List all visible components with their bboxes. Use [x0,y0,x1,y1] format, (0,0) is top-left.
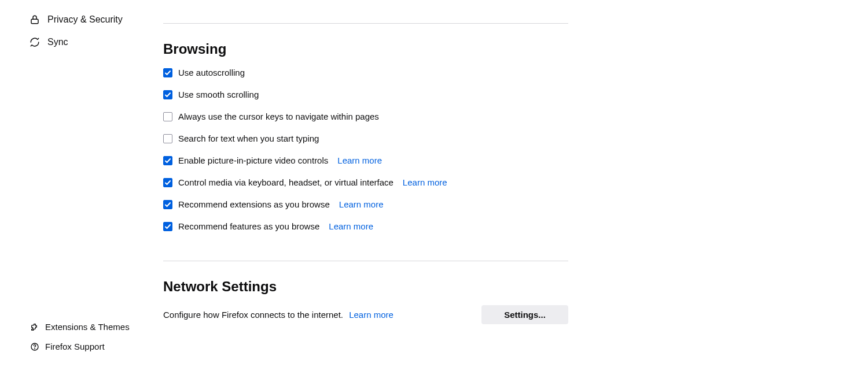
checkbox-label: Enable picture-in-picture video controls [178,155,328,166]
checkbox-row-search-type: Search for text when you start typing [163,134,568,144]
checkbox-media-keys[interactable] [163,178,172,187]
checkbox-row-autoscroll: Use autoscrolling [163,68,568,78]
sidebar-item-extensions[interactable]: Extensions & Themes [0,317,150,337]
lock-icon [29,14,41,25]
checkbox-search-type[interactable] [163,134,172,143]
checkbox-row-smooth: Use smooth scrolling [163,90,568,100]
divider [163,261,568,261]
checkbox-row-rec-feat: Recommend features as you browseLearn mo… [163,221,568,232]
content: Browsing Use autoscrollingUse smooth scr… [163,0,568,324]
sidebar-item-privacy[interactable]: Privacy & Security [0,8,150,31]
checkbox-smooth[interactable] [163,90,172,99]
svg-rect-0 [31,19,38,24]
checkbox-cursor-keys[interactable] [163,112,172,121]
checkbox-label: Control media via keyboard, headset, or … [178,177,393,188]
learn-more-link[interactable]: Learn more [339,199,384,210]
browsing-options: Use autoscrollingUse smooth scrollingAlw… [163,68,568,232]
sidebar-item-label: Sync [47,36,68,47]
checkbox-label: Recommend features as you browse [178,221,319,232]
checkbox-label: Use autoscrolling [178,68,245,78]
checkbox-label: Always use the cursor keys to navigate w… [178,112,379,122]
learn-more-link[interactable]: Learn more [337,155,382,166]
checkbox-label: Recommend extensions as you browse [178,199,330,210]
checkbox-row-cursor-keys: Always use the cursor keys to navigate w… [163,112,568,122]
network-settings-button[interactable]: Settings... [481,305,568,324]
checkbox-label: Search for text when you start typing [178,134,319,144]
network-heading: Network Settings [163,279,568,295]
checkbox-rec-ext[interactable] [163,200,172,209]
browsing-heading: Browsing [163,41,568,57]
checkbox-autoscroll[interactable] [163,68,172,77]
learn-more-link[interactable]: Learn more [403,177,447,188]
network-description-text: Configure how Firefox connects to the in… [163,310,343,320]
checkbox-pip[interactable] [163,156,172,165]
checkbox-row-pip: Enable picture-in-picture video controls… [163,155,568,166]
checkbox-row-rec-ext: Recommend extensions as you browseLearn … [163,199,568,210]
puzzle-icon [29,321,41,333]
network-learn-more-link[interactable]: Learn more [349,310,393,320]
checkbox-row-media-keys: Control media via keyboard, headset, or … [163,177,568,188]
learn-more-link[interactable]: Learn more [329,221,373,232]
checkbox-rec-feat[interactable] [163,222,172,231]
sidebar-item-label: Extensions & Themes [45,322,130,332]
sidebar-bottom: Extensions & Themes Firefox Support [0,317,150,357]
divider [163,23,568,24]
sidebar-item-sync[interactable]: Sync [0,31,150,53]
network-description: Configure how Firefox connects to the in… [163,310,393,320]
sidebar-item-support[interactable]: Firefox Support [0,337,150,357]
checkbox-label: Use smooth scrolling [178,90,259,100]
sidebar-item-label: Firefox Support [45,342,105,352]
sync-icon [29,36,41,48]
sidebar-item-label: Privacy & Security [47,14,123,25]
sidebar: Privacy & Security Sync Extensions & The… [0,0,150,367]
network-row: Configure how Firefox connects to the in… [163,305,568,324]
svg-point-2 [35,349,35,349]
help-icon [29,341,41,353]
